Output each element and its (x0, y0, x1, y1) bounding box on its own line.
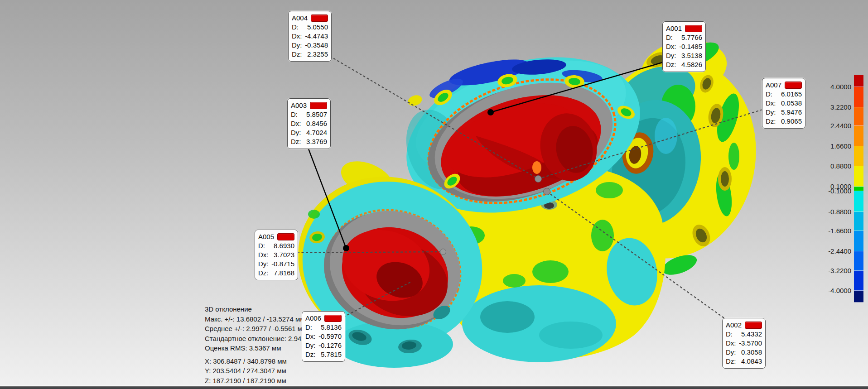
annotation-id: A001 (666, 24, 682, 33)
row-value: 5.8136 (321, 323, 342, 332)
row-label: Dz: (766, 117, 776, 126)
colorbar-label: -0.8800 (815, 208, 851, 216)
row-value: -0.3548 (305, 41, 328, 50)
stats-bbox-z: Z: 187.2190 / 187.2190 мм (205, 376, 320, 386)
annotation-color-swatch (310, 102, 327, 109)
row-label: D: (726, 330, 733, 339)
row-value: 3.5138 (681, 51, 702, 60)
annotation-id: A005 (258, 232, 274, 241)
row-label: Dx: (766, 99, 776, 108)
row-value: 3.3769 (306, 137, 327, 146)
row-value: 5.9476 (781, 108, 802, 117)
colorbar-segment (854, 126, 863, 146)
colorbar-segment (854, 251, 863, 271)
colorbar-segment (854, 146, 863, 166)
colorbar-label: 2.4400 (815, 122, 851, 130)
annotation-header: A002 (726, 320, 762, 330)
colorbar-segment (854, 87, 863, 107)
row-label: D: (291, 110, 298, 119)
annotation-header: A006 (305, 313, 342, 323)
row-value: 3.7023 (274, 250, 294, 259)
annotation-header: A007 (766, 80, 802, 90)
row-value: 0.0538 (781, 99, 802, 108)
row-value: 5.4332 (741, 330, 762, 339)
annotation-color-swatch (745, 322, 762, 329)
annotation-box-a007[interactable]: A007 D:6.0165 Dx:0.0538 Dy:5.9476 Dz:0.9… (762, 78, 805, 129)
annotation-id: A007 (766, 81, 781, 90)
row-label: Dz: (666, 60, 676, 69)
row-value: 7.8168 (274, 269, 294, 278)
colorbar-segment (854, 75, 863, 87)
row-label: Dy: (305, 341, 316, 350)
colorbar-segment (854, 191, 863, 212)
colorbar-segment (854, 212, 863, 231)
annotation-color-swatch (277, 233, 294, 240)
colorbar-label: 3.2200 (815, 103, 851, 111)
hotspot-orange-dot (532, 161, 541, 174)
row-label: Dx: (292, 32, 302, 41)
annotation-color-swatch (311, 14, 328, 22)
annotation-color-swatch (785, 82, 802, 89)
row-value: 5.8507 (306, 110, 327, 119)
row-label: Dx: (726, 339, 736, 348)
colorbar-gradient (854, 75, 863, 303)
row-label: Dx: (305, 332, 316, 341)
colorbar-segment (854, 107, 863, 126)
row-value: 6.0165 (781, 90, 802, 99)
row-label: Dz: (258, 269, 269, 278)
row-label: Dy: (292, 41, 302, 50)
colorbar-label: 1.6600 (815, 142, 851, 150)
row-value: 5.0550 (307, 23, 328, 32)
annotation-header: A003 (291, 101, 327, 110)
row-label: Dx: (666, 42, 676, 51)
row-value: 0.9065 (781, 117, 802, 126)
colorbar-label: 4.0000 (815, 83, 851, 91)
row-label: Dy: (258, 259, 269, 269)
row-value: 2.3255 (307, 50, 328, 59)
row-value: 4.7024 (306, 128, 327, 137)
row-value: 8.6930 (274, 241, 294, 250)
annotation-box-a006[interactable]: A006 D:5.8136 Dx:-0.5970 Dy:-0.1276 Dz:5… (302, 311, 345, 362)
row-value: 4.5826 (681, 60, 702, 69)
annotation-id: A003 (291, 101, 307, 110)
row-label: D: (305, 323, 312, 332)
colorbar-label: 0.8800 (815, 162, 851, 170)
annotation-header: A005 (258, 232, 294, 241)
row-label: Dy: (666, 51, 676, 60)
colorbar-segment (854, 291, 863, 303)
annotation-id: A006 (305, 314, 321, 323)
annotation-box-a004[interactable]: A004 D:5.0550 Dx:-4.4743 Dy:-0.3548 Dz:2… (288, 11, 332, 62)
row-label: D: (292, 23, 299, 32)
colorbar-label: -3.2200 (815, 267, 851, 275)
row-value: -4.4743 (305, 32, 328, 41)
row-value: -0.5970 (318, 332, 342, 341)
row-value: -0.1276 (318, 341, 342, 350)
row-label: Dz: (292, 50, 302, 59)
stats-bbox-y: Y: 203.5404 / 274.3047 мм (205, 366, 320, 376)
colorbar-segment (854, 271, 863, 291)
annotation-header: A004 (292, 13, 328, 23)
row-value: 0.3058 (741, 348, 762, 357)
row-value: 0.8456 (306, 119, 327, 128)
colorbar-labels: 4.0000 3.2200 2.4400 1.6600 0.8800 0.100… (815, 75, 851, 303)
colorbar-label: -0.1000 (815, 187, 851, 195)
annotation-box-a003[interactable]: A003 D:5.8507 Dx:0.8456 Dy:4.7024 Dz:3.3… (287, 98, 331, 149)
annotation-box-a001[interactable]: A001 D:5.7766 Dx:-0.1485 Dy:3.5138 Dz:4.… (662, 21, 706, 72)
row-value: 5.7815 (321, 350, 342, 359)
colorbar-label: -2.4400 (815, 247, 851, 255)
annotation-color-swatch (324, 315, 342, 322)
annotation-id: A002 (726, 321, 742, 330)
deviation-colorbar[interactable]: 4.0000 3.2200 2.4400 1.6600 0.8800 0.100… (815, 75, 863, 303)
colorbar-segment (854, 166, 863, 187)
colorbar-label: -4.0000 (815, 287, 851, 295)
row-value: -3.5700 (739, 339, 762, 348)
colorbar-label: -1.6600 (815, 227, 851, 235)
row-label: Dy: (291, 128, 301, 137)
row-label: D: (666, 33, 673, 42)
row-label: Dz: (291, 137, 301, 146)
row-label: Dz: (305, 350, 316, 359)
annotation-box-a005[interactable]: A005 D:8.6930 Dx:3.7023 Dy:-0.8715 Dz:7.… (255, 230, 298, 280)
annotation-box-a002[interactable]: A002 D:5.4332 Dx:-3.5700 Dy:0.3058 Dz:4.… (722, 318, 766, 369)
row-label: Dx: (291, 119, 301, 128)
inspection-app-screen: A004 D:5.0550 Dx:-4.4743 Dy:-0.3548 Dz:2… (0, 0, 868, 389)
